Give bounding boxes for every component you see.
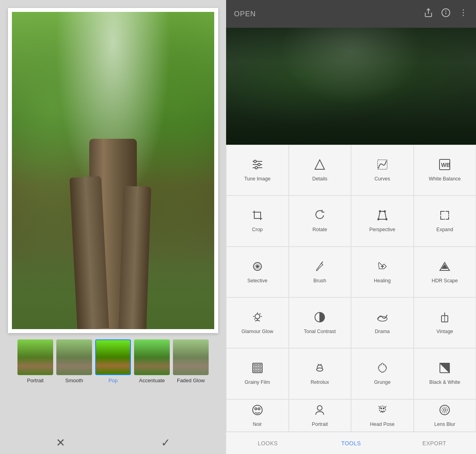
retrolux-label: Retrolux — [311, 379, 329, 385]
tools-grid: Tune Image Details Curves WB White Balan… — [226, 145, 476, 432]
crop-icon — [251, 209, 264, 223]
thumbnail-label-accentuate: Accentuate — [139, 377, 165, 383]
tool-vintage[interactable]: Vintage — [414, 297, 476, 348]
tool-portrait[interactable]: Portrait — [289, 399, 351, 432]
tool-perspective[interactable]: Perspective — [351, 195, 414, 246]
tonal-contrast-icon — [313, 311, 326, 325]
svg-rect-44 — [257, 364, 258, 366]
tool-tonal-contrast[interactable]: Tonal Contrast — [289, 297, 351, 348]
svg-point-12 — [255, 167, 257, 169]
grunge-icon — [376, 362, 389, 376]
drama-icon — [376, 311, 389, 325]
svg-point-63 — [440, 405, 449, 415]
nav-tools[interactable]: TOOLS — [309, 432, 393, 454]
share-icon[interactable] — [424, 8, 433, 20]
head-pose-label: Head Pose — [370, 421, 395, 427]
tool-black-white[interactable]: Black & White — [414, 348, 476, 399]
right-header: OPEN — [226, 0, 476, 28]
tool-brush[interactable]: Brush — [289, 247, 351, 297]
selective-label: Selective — [247, 278, 267, 284]
svg-rect-47 — [257, 367, 258, 369]
thumbnail-accentuate[interactable]: Accentuate — [134, 339, 170, 383]
svg-point-58 — [258, 408, 260, 410]
noir-label: Noir — [253, 421, 262, 427]
svg-point-10 — [254, 160, 256, 163]
info-icon[interactable] — [441, 8, 451, 20]
tool-curves[interactable]: Curves — [351, 145, 414, 195]
bottom-bar-left: ✕ ✓ — [8, 429, 218, 454]
svg-rect-49 — [254, 370, 255, 372]
tool-white-balance[interactable]: WB White Balance — [414, 145, 476, 195]
vintage-label: Vintage — [436, 328, 453, 335]
tool-grunge[interactable]: Grunge — [351, 348, 414, 399]
white-balance-icon: WB — [438, 158, 451, 172]
tool-retrolux[interactable]: Retrolux — [289, 348, 351, 399]
tool-expand[interactable]: Expand — [414, 195, 476, 246]
tool-rotate[interactable]: Rotate — [289, 195, 351, 246]
svg-line-26 — [321, 262, 323, 263]
svg-line-36 — [259, 313, 260, 314]
svg-point-65 — [443, 409, 446, 411]
nav-export[interactable]: EXPORT — [393, 432, 476, 454]
thumbnail-pop[interactable]: Pop — [95, 339, 131, 383]
healing-label: Healing — [374, 278, 391, 284]
noir-icon — [251, 404, 264, 418]
tune-image-label: Tune Image — [244, 176, 271, 182]
thumbnails-row: Portrait Smooth Pop Accentuate Faded Glo… — [8, 339, 218, 383]
perspective-label: Perspective — [369, 226, 395, 233]
nav-looks[interactable]: LOOKS — [226, 432, 309, 454]
tool-hdr-scape[interactable]: HDR Scape — [414, 247, 476, 297]
tool-crop[interactable]: Crop — [226, 195, 289, 246]
svg-point-5 — [463, 12, 464, 13]
left-panel: Portrait Smooth Pop Accentuate Faded Glo… — [0, 0, 226, 454]
details-icon — [313, 158, 326, 172]
thumbnail-label-smooth: Smooth — [65, 377, 83, 383]
svg-rect-46 — [254, 367, 255, 369]
thumbnail-label-faded-glow: Faded Glow — [177, 377, 205, 383]
tree-trunk — [89, 139, 137, 329]
thumbnail-img-faded-glow — [173, 339, 209, 375]
main-image — [12, 12, 214, 329]
thumbnail-img-portrait — [17, 339, 53, 375]
hdr-scape-icon — [438, 260, 451, 274]
rotate-icon — [313, 209, 326, 223]
tool-noir[interactable]: Noir — [226, 399, 289, 432]
right-panel: OPEN — [226, 0, 476, 454]
drama-label: Drama — [375, 328, 390, 335]
svg-point-19 — [386, 218, 387, 220]
tool-drama[interactable]: Drama — [351, 297, 414, 348]
svg-point-18 — [378, 218, 379, 220]
thumbnail-img-pop — [95, 339, 131, 375]
tool-healing[interactable]: Healing — [351, 247, 414, 297]
svg-point-31 — [255, 314, 260, 319]
more-icon[interactable] — [459, 8, 468, 20]
thumbnail-faded-glow[interactable]: Faded Glow — [173, 339, 209, 383]
bottom-nav: LOOKS TOOLS EXPORT — [226, 432, 476, 454]
thumbnail-label-pop: Pop — [108, 377, 117, 383]
tool-details[interactable]: Details — [289, 145, 351, 195]
selective-icon — [251, 260, 264, 274]
tool-tune-image[interactable]: Tune Image — [226, 145, 289, 195]
portrait-icon — [313, 404, 326, 418]
grunge-label: Grunge — [374, 379, 391, 385]
open-button[interactable]: OPEN — [234, 10, 256, 18]
tool-grainy-film[interactable]: Grainy Film — [226, 348, 289, 399]
brush-label: Brush — [313, 278, 326, 284]
thumbnail-img-accentuate — [134, 339, 170, 375]
vintage-icon — [438, 311, 451, 325]
cancel-button[interactable]: ✕ — [56, 436, 65, 449]
thumbnail-portrait[interactable]: Portrait — [17, 339, 53, 383]
perspective-icon — [376, 209, 389, 223]
details-label: Details — [312, 176, 327, 182]
tool-head-pose[interactable]: Head Pose — [351, 399, 414, 432]
thumbnail-smooth[interactable]: Smooth — [56, 339, 92, 383]
tool-selective[interactable]: Selective — [226, 247, 289, 297]
confirm-button[interactable]: ✓ — [161, 436, 170, 449]
svg-rect-50 — [257, 370, 258, 372]
tool-glamour-glow[interactable]: Glamour Glow — [226, 297, 289, 348]
svg-rect-48 — [259, 367, 261, 369]
expand-label: Expand — [436, 226, 453, 233]
tool-lens-blur[interactable]: Lens Blur — [414, 399, 476, 432]
glamour-glow-icon — [251, 311, 264, 325]
svg-rect-51 — [259, 370, 261, 372]
